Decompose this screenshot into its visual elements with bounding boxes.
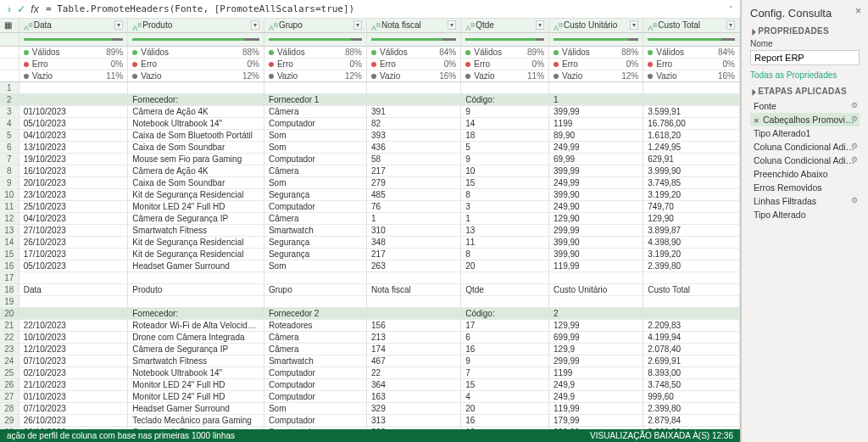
- cell[interactable]: 22: [367, 366, 461, 378]
- cell[interactable]: Segurança: [264, 248, 366, 260]
- gear-icon[interactable]: ⚙: [851, 101, 858, 109]
- cell[interactable]: [19, 295, 128, 307]
- cell[interactable]: Smartwatch Fitness: [128, 426, 264, 429]
- cell[interactable]: 156: [367, 319, 461, 331]
- cell[interactable]: 179,99: [549, 414, 643, 426]
- cell[interactable]: 3: [461, 200, 549, 212]
- cell[interactable]: Smartwatch: [264, 426, 366, 429]
- cell[interactable]: Custo Total: [643, 283, 740, 295]
- cell[interactable]: [461, 271, 549, 283]
- cell[interactable]: Monitor LED 24" Full HD: [128, 200, 264, 212]
- cell[interactable]: Kit de Segurança Residencial: [128, 236, 264, 248]
- cell[interactable]: Câmera: [264, 331, 366, 343]
- cell[interactable]: 10: [461, 165, 549, 176]
- cell[interactable]: Computador: [264, 200, 366, 212]
- cell[interactable]: [367, 307, 461, 319]
- cell[interactable]: [128, 271, 264, 283]
- cell[interactable]: 249,90: [549, 200, 643, 212]
- cell[interactable]: 364: [367, 378, 461, 390]
- cell[interactable]: Código:: [461, 93, 549, 105]
- cell[interactable]: 399,99: [549, 165, 643, 176]
- cell[interactable]: Smartwatch: [264, 355, 366, 366]
- cell[interactable]: [643, 93, 740, 105]
- cell[interactable]: 399,90: [549, 236, 643, 248]
- filter-icon[interactable]: ▾: [251, 20, 259, 30]
- cell[interactable]: Smartwatch: [264, 224, 366, 236]
- filter-icon[interactable]: ▾: [536, 20, 544, 30]
- cell[interactable]: 2.399,80: [643, 402, 740, 414]
- cell[interactable]: Notebook Ultrabook 14": [128, 366, 264, 378]
- cell[interactable]: 16: [461, 343, 549, 355]
- cell[interactable]: 329: [367, 402, 461, 414]
- cell[interactable]: 348: [367, 236, 461, 248]
- cell[interactable]: Grupo: [264, 283, 366, 295]
- column-header-Qtde[interactable]: ABQtde▾: [461, 19, 549, 32]
- cell[interactable]: 11: [461, 236, 549, 248]
- cell[interactable]: 16.786,00: [643, 117, 740, 129]
- cell[interactable]: [19, 81, 128, 93]
- cell[interactable]: 8: [461, 248, 549, 260]
- applied-step[interactable]: Cabeçalhos Promovidos⚙: [750, 113, 860, 126]
- cell[interactable]: 26/10/2023: [19, 236, 128, 248]
- cell[interactable]: 9: [461, 153, 549, 165]
- cell[interactable]: 03/10/2023: [19, 426, 128, 429]
- gear-icon[interactable]: ⚙: [851, 142, 858, 150]
- cell[interactable]: 249,9: [549, 390, 643, 402]
- filter-icon[interactable]: ▾: [448, 20, 456, 30]
- column-header-Nota fiscal[interactable]: ABNota fiscal▾: [367, 19, 461, 32]
- cell[interactable]: 249,99: [549, 141, 643, 153]
- cell[interactable]: Monitor LED 24" Full HD: [128, 390, 264, 402]
- cell[interactable]: Computador: [264, 117, 366, 129]
- cell[interactable]: Câmera: [264, 165, 366, 176]
- cell[interactable]: Kit de Segurança Residencial: [128, 188, 264, 200]
- cell[interactable]: 3.599,91: [643, 105, 740, 117]
- cell[interactable]: 12/10/2023: [19, 343, 128, 355]
- cell[interactable]: 3.199,20: [643, 188, 740, 200]
- cell[interactable]: [128, 81, 264, 93]
- cell[interactable]: Câmera de Segurança IP: [128, 343, 264, 355]
- cell[interactable]: [367, 271, 461, 283]
- cell[interactable]: Roteadores: [264, 319, 366, 331]
- cell[interactable]: 2.209,83: [643, 319, 740, 331]
- cell[interactable]: 3.749,85: [643, 176, 740, 188]
- cell[interactable]: 4.398,90: [643, 236, 740, 248]
- cell[interactable]: 20: [461, 260, 549, 271]
- cell[interactable]: 279: [367, 176, 461, 188]
- cell[interactable]: Mouse sem Fio para Gaming: [128, 153, 264, 165]
- cell[interactable]: 1.249,95: [643, 141, 740, 153]
- cell[interactable]: Produto: [128, 283, 264, 295]
- cell[interactable]: Fornecedor 2: [264, 307, 366, 319]
- cell[interactable]: 129,90: [643, 212, 740, 224]
- cell[interactable]: [549, 81, 643, 93]
- cell[interactable]: Computador: [264, 378, 366, 390]
- applied-step[interactable]: Erros Removidos: [750, 181, 860, 194]
- cell[interactable]: 2.879,84: [643, 414, 740, 426]
- filter-icon[interactable]: ▾: [353, 20, 362, 30]
- cell[interactable]: [643, 295, 740, 307]
- column-header-Produto[interactable]: ABProduto▾: [128, 19, 264, 32]
- cell[interactable]: [367, 93, 461, 105]
- cell[interactable]: [19, 307, 128, 319]
- query-name-input[interactable]: [750, 50, 860, 65]
- cell[interactable]: 05/10/2023: [19, 117, 128, 129]
- cell[interactable]: Caixa de Som Bluetooth Portátil: [128, 129, 264, 141]
- cell[interactable]: 07/10/2023: [19, 355, 128, 366]
- cell[interactable]: 3.999,90: [643, 165, 740, 176]
- cell[interactable]: Data: [19, 283, 128, 295]
- cell[interactable]: 1: [367, 212, 461, 224]
- cell[interactable]: [461, 295, 549, 307]
- cell[interactable]: 13: [461, 224, 549, 236]
- cell[interactable]: Código:: [461, 307, 549, 319]
- cell[interactable]: 3.899,87: [643, 224, 740, 236]
- cell[interactable]: 2.699,91: [643, 355, 740, 366]
- cell[interactable]: 8: [461, 188, 549, 200]
- cell[interactable]: 20/10/2023: [19, 176, 128, 188]
- cell[interactable]: 119,99: [549, 402, 643, 414]
- cell[interactable]: Câmera de Ação 4K: [128, 105, 264, 117]
- cell[interactable]: Som: [264, 141, 366, 153]
- steps-heading[interactable]: ETAPAS APLICADAS: [750, 87, 860, 96]
- cell[interactable]: Som: [264, 402, 366, 414]
- cell[interactable]: [128, 295, 264, 307]
- cell[interactable]: 391: [367, 105, 461, 117]
- cell[interactable]: 69,99: [549, 153, 643, 165]
